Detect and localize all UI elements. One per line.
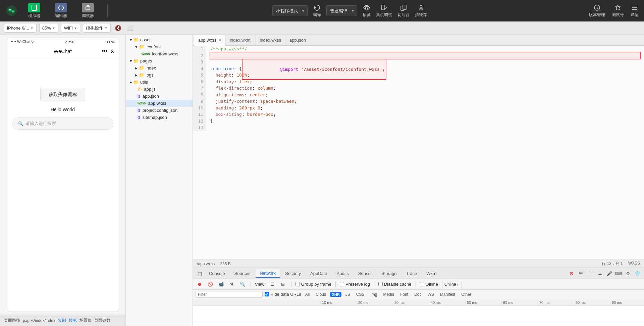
avatar-btn[interactable]: 获取头像昵称 [40, 88, 85, 101]
simulator-btn[interactable]: 模拟器 [24, 3, 44, 19]
tree-item-sitemap[interactable]: {} sitemap.json [126, 114, 193, 121]
filter-media[interactable]: Media [381, 291, 396, 297]
preserve-log-checkbox[interactable] [340, 282, 344, 286]
view-grid-btn[interactable]: ⊞ [279, 280, 287, 288]
dt-icon-1[interactable]: S [568, 270, 576, 278]
debugger-btn[interactable]: 调试器 [78, 3, 98, 19]
network-selector[interactable]: WiFi ▼ [61, 24, 80, 33]
phone-nav: WeChat ••• ⊙ [7, 46, 119, 57]
search-network-btn[interactable]: 🔍 [238, 280, 247, 288]
tab-label-app-json: app.json [289, 38, 306, 43]
filter-icon-btn[interactable]: ⚗ [228, 280, 236, 288]
clear-cache-btn[interactable]: 清缓存 [415, 4, 427, 18]
volume-btn[interactable]: 🔇 [113, 24, 123, 33]
devtools-tab-network[interactable]: Network [256, 269, 280, 278]
filter-input[interactable] [196, 291, 263, 298]
compile-btn[interactable]: 编译 [313, 4, 321, 18]
tree-item-logs[interactable]: ▸ 📁 logs [126, 72, 193, 79]
video-btn[interactable]: 📹 [217, 280, 225, 288]
tab-index-wxml[interactable]: index.wxml [226, 35, 256, 46]
group-by-frame-label[interactable]: Group by frame [296, 282, 331, 287]
dt-icon-6[interactable]: ⌨ [614, 270, 623, 278]
filter-img[interactable]: Img [368, 291, 379, 297]
filter-css[interactable]: CSS [354, 291, 367, 297]
mode-select-wrap[interactable]: 小程序模式 ▼ [272, 5, 308, 16]
code-line-11: box-sizing: border-box; [210, 111, 640, 118]
tree-item-appjson[interactable]: {} app.json [126, 93, 193, 100]
disable-cache-label[interactable]: Disable cache [378, 282, 412, 287]
devtools-tab-storage[interactable]: Storage [377, 270, 401, 277]
phone-carrier: •••• WeChat令 [11, 39, 34, 44]
tree-item-asset[interactable]: ▾ 📁 asset [126, 36, 193, 43]
devtools-tab-sensor[interactable]: Sensor [354, 270, 376, 277]
disable-cache-checkbox[interactable] [378, 282, 383, 286]
hide-data-urls-label[interactable]: Hide data URLs [265, 292, 301, 297]
test-btn[interactable]: 测试号 [612, 4, 624, 18]
background-btn[interactable]: 切后台 [397, 4, 410, 18]
tab-index-wxss[interactable]: index.wxss [256, 35, 286, 46]
dt-icon-2[interactable]: 中 [577, 270, 585, 278]
preview-btn[interactable]: 预览 [363, 4, 371, 18]
real-debug-btn[interactable]: 真机调试 [376, 4, 392, 18]
phone-record-icon[interactable]: ⊙ [110, 48, 115, 54]
devtools-tab-audits[interactable]: Audits [333, 270, 353, 277]
filter-font[interactable]: Font [398, 291, 410, 297]
filter-manifest[interactable]: Manifest [438, 291, 457, 297]
view-list-btn[interactable]: ☰ [268, 280, 276, 288]
offline-label[interactable]: Offline [420, 282, 438, 287]
details-btn[interactable]: 详情 [631, 4, 639, 18]
tree-item-utils[interactable]: ▸ 📁 utils [126, 79, 193, 86]
tree-item-appwxss[interactable]: wxss app.wxss [126, 100, 193, 107]
scale-selector[interactable]: 85% ▼ [39, 24, 58, 33]
dt-icon-3[interactable]: ° [586, 270, 594, 278]
hello-text: Hello World [51, 107, 75, 112]
devtools-tab-appdata[interactable]: AppData [306, 270, 331, 277]
phone-more-icon[interactable]: ••• [102, 48, 108, 54]
tree-item-pages[interactable]: ▾ 📁 pages [126, 57, 193, 64]
filter-js[interactable]: JS [343, 291, 352, 297]
tree-item-projectconfig[interactable]: {} project.config.json [126, 107, 193, 114]
tree-label-index: index [146, 65, 156, 71]
filter-xhr-badge[interactable]: XHR [330, 292, 341, 297]
tab-close-app-wxss[interactable]: ✕ [218, 38, 221, 42]
devtools-tab-sources[interactable]: Sources [230, 270, 255, 277]
tree-item-iconfont[interactable]: ▾ 📁 iconfont [126, 43, 193, 50]
tree-item-iconfont-wxss[interactable]: wxss iconfont.wxss [126, 50, 193, 57]
dt-icon-7[interactable]: ⚙ [624, 270, 632, 278]
editor-btn[interactable]: 编辑器 [51, 3, 71, 19]
tree-item-appjs[interactable]: JS app.js [126, 86, 193, 93]
group-by-frame-checkbox[interactable] [296, 282, 300, 286]
online-select-wrap[interactable]: Online ▼ [442, 281, 462, 288]
devtools-tab-console[interactable]: Console [205, 270, 229, 277]
screen-btn[interactable]: ⬜ [125, 24, 135, 33]
device-selector[interactable]: iPhone 6/... ▼ [4, 24, 37, 33]
compile-select-wrap[interactable]: 普通编译 ▼ [326, 5, 357, 16]
copy-btn[interactable]: 复制 [58, 318, 66, 323]
filter-ws[interactable]: WS [425, 291, 436, 297]
dt-icon-4[interactable]: ☁ [596, 270, 604, 278]
devtools-tab-wxml[interactable]: Wxml [422, 270, 441, 277]
devtools-inspect-icon[interactable]: ⬚ [196, 270, 204, 278]
filter-cloud[interactable]: Cloud [314, 291, 328, 297]
compile-select[interactable]: 普通编译 [326, 5, 357, 16]
offline-checkbox[interactable] [420, 282, 424, 286]
dt-icon-8[interactable]: 👕 [633, 270, 641, 278]
tab-app-json[interactable]: app.json [285, 35, 310, 46]
preserve-log-label[interactable]: Preserve log [340, 282, 370, 287]
record-btn[interactable]: ⏺ [196, 280, 204, 288]
mode-select[interactable]: 小程序模式 [272, 5, 308, 16]
devtools-tab-security[interactable]: Security [281, 270, 305, 277]
dt-icon-5[interactable]: 🎤 [605, 270, 613, 278]
mode-selector[interactable]: 模拟操作 ▼ [83, 24, 111, 33]
clear-btn[interactable]: 🚫 [206, 280, 214, 288]
tree-item-index[interactable]: ▸ 📁 index [126, 64, 193, 72]
version-btn[interactable]: 版本管理 [589, 4, 605, 18]
hide-data-urls-checkbox[interactable] [265, 292, 269, 296]
devtools-tab-trace[interactable]: Trace [402, 270, 421, 277]
preview-label[interactable]: 预览 [69, 318, 77, 323]
filter-all[interactable]: All [303, 291, 312, 297]
filter-doc[interactable]: Doc [412, 291, 423, 297]
online-select[interactable]: Online [442, 281, 462, 288]
tab-app-wxss[interactable]: app.wxss ✕ [194, 35, 226, 46]
filter-other[interactable]: Other [459, 291, 473, 297]
